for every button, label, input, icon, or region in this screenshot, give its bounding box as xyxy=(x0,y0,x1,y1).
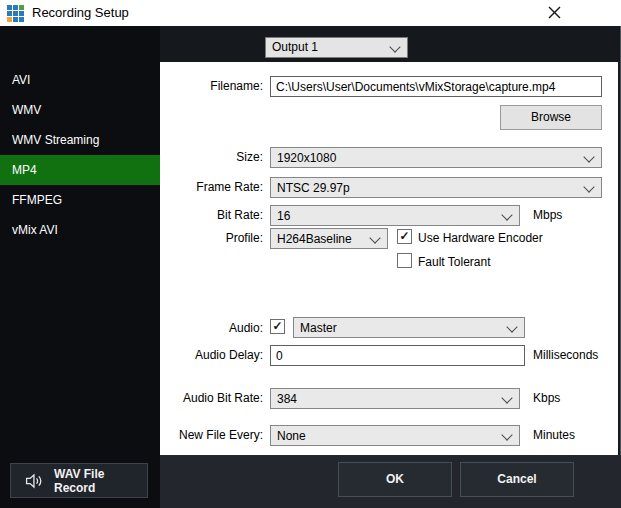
cancel-button[interactable]: Cancel xyxy=(460,462,574,497)
sidebar-item-wmv[interactable]: WMV xyxy=(0,95,160,125)
new-file-every-value: None xyxy=(277,429,306,443)
profile-label: Profile: xyxy=(165,231,263,245)
vmix-logo-icon xyxy=(7,5,24,22)
audio-bit-rate-select[interactable]: 384 xyxy=(270,388,520,409)
output-select-value: Output 1 xyxy=(272,40,318,54)
audio-delay-input[interactable]: 0 xyxy=(270,345,525,366)
sidebar-item-mp4[interactable]: MP4 xyxy=(0,155,160,185)
chevron-down-icon xyxy=(506,321,517,332)
recording-setup-window: Recording Setup 1 2 Output 1 AVI WMV WMV… xyxy=(0,0,621,508)
ok-button[interactable]: OK xyxy=(338,462,452,497)
frame-rate-select[interactable]: NTSC 29.97p xyxy=(270,177,602,198)
filename-label: Filename: xyxy=(165,79,263,93)
sidebar-item-wmv-streaming[interactable]: WMV Streaming xyxy=(0,125,160,155)
audio-bit-rate-unit: Kbps xyxy=(533,391,560,405)
audio-delay-value: 0 xyxy=(276,349,283,363)
settings-panel: Filename: C:\Users\User\Documents\vMixSt… xyxy=(160,62,618,455)
chevron-down-icon xyxy=(501,392,512,403)
new-file-every-select[interactable]: None xyxy=(270,425,520,446)
sidebar-item-vmix-avi[interactable]: vMix AVI xyxy=(0,215,160,245)
audio-select[interactable]: Master xyxy=(293,317,525,338)
sidebar-item-avi[interactable]: AVI xyxy=(0,65,160,95)
speaker-icon xyxy=(24,472,43,490)
browse-button[interactable]: Browse xyxy=(500,105,602,130)
close-icon[interactable] xyxy=(544,4,564,22)
chevron-down-icon xyxy=(583,181,594,192)
format-list: AVI WMV WMV Streaming MP4 FFMPEG vMix AV… xyxy=(0,65,160,245)
new-file-every-unit: Minutes xyxy=(533,428,575,442)
frame-rate-value: NTSC 29.97p xyxy=(277,181,350,195)
filename-value: C:\Users\User\Documents\vMixStorage\capt… xyxy=(276,80,555,94)
output-select[interactable]: Output 1 xyxy=(265,37,408,58)
audio-value: Master xyxy=(300,321,337,335)
format-sidebar: AVI WMV WMV Streaming MP4 FFMPEG vMix AV… xyxy=(0,26,160,508)
bit-rate-value: 16 xyxy=(277,209,290,223)
frame-rate-label: Frame Rate: xyxy=(165,180,263,194)
sidebar-item-ffmpeg[interactable]: FFMPEG xyxy=(0,185,160,215)
size-select[interactable]: 1920x1080 xyxy=(270,147,602,168)
chevron-down-icon xyxy=(369,232,380,243)
wav-file-record-label: WAV File Record xyxy=(54,467,147,495)
chevron-down-icon xyxy=(501,429,512,440)
audio-delay-label: Audio Delay: xyxy=(165,348,263,362)
bit-rate-label: Bit Rate: xyxy=(165,208,263,222)
fault-tolerant-label: Fault Tolerant xyxy=(418,255,491,269)
audio-checkbox[interactable]: ✓ xyxy=(270,319,285,334)
title-bar: Recording Setup xyxy=(0,0,621,26)
use-hardware-encoder-checkbox[interactable]: ✓ xyxy=(397,229,412,244)
chevron-down-icon xyxy=(583,151,594,162)
size-value: 1920x1080 xyxy=(277,151,336,165)
use-hardware-encoder-label: Use Hardware Encoder xyxy=(418,231,543,245)
bit-rate-select[interactable]: 16 xyxy=(270,205,520,226)
audio-bit-rate-value: 384 xyxy=(277,392,297,406)
wav-file-record-button[interactable]: WAV File Record xyxy=(10,463,148,498)
audio-delay-unit: Milliseconds xyxy=(533,348,598,362)
profile-value: H264Baseline xyxy=(277,232,352,246)
size-label: Size: xyxy=(165,150,263,164)
window-title: Recording Setup xyxy=(32,5,129,20)
new-file-every-label: New File Every: xyxy=(165,428,263,442)
filename-input[interactable]: C:\Users\User\Documents\vMixStorage\capt… xyxy=(270,76,602,97)
audio-label: Audio: xyxy=(165,321,263,335)
chevron-down-icon xyxy=(501,209,512,220)
audio-bit-rate-label: Audio Bit Rate: xyxy=(165,391,263,405)
profile-select[interactable]: H264Baseline xyxy=(270,228,388,249)
chevron-down-icon xyxy=(389,41,400,52)
fault-tolerant-checkbox[interactable] xyxy=(397,253,412,268)
bit-rate-unit: Mbps xyxy=(533,208,562,222)
